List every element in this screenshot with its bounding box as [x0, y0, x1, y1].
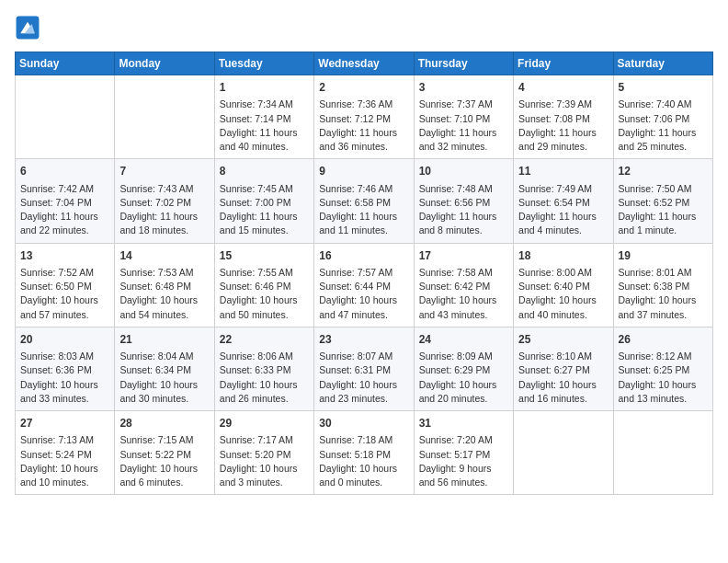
cell-sunset: Sunset: 7:00 PM: [220, 196, 309, 210]
cell-daylight: Daylight: 11 hours and 29 minutes.: [518, 126, 608, 154]
cell-sunset: Sunset: 6:25 PM: [619, 363, 708, 377]
cell-day-number: 27: [20, 416, 109, 431]
logo: [15, 15, 44, 40]
cell-sunset: Sunset: 6:58 PM: [319, 196, 408, 210]
cell-day-number: 5: [619, 80, 708, 96]
cell-sunset: Sunset: 6:27 PM: [518, 363, 608, 377]
cell-sunset: Sunset: 6:50 PM: [20, 280, 109, 293]
page-header: [15, 15, 713, 40]
cell-day-number: 23: [319, 332, 408, 348]
calendar-cell: [115, 75, 214, 159]
calendar-cell: 26Sunrise: 8:12 AMSunset: 6:25 PMDayligh…: [613, 327, 712, 410]
calendar-cell: 18Sunrise: 8:00 AMSunset: 6:40 PMDayligh…: [514, 243, 613, 327]
cell-sunrise: Sunrise: 8:03 AM: [20, 350, 109, 363]
cell-daylight: Daylight: 11 hours and 18 minutes.: [119, 210, 209, 237]
calendar-cell: [613, 411, 712, 495]
cell-day-number: 7: [119, 164, 209, 179]
cell-sunset: Sunset: 6:44 PM: [319, 280, 408, 293]
cell-daylight: Daylight: 10 hours and 20 minutes.: [419, 378, 508, 406]
col-header-thursday: Thursday: [414, 52, 513, 75]
cell-daylight: Daylight: 10 hours and 16 minutes.: [518, 378, 608, 406]
cell-daylight: Daylight: 10 hours and 54 minutes.: [119, 293, 209, 321]
cell-daylight: Daylight: 10 hours and 0 minutes.: [319, 462, 408, 489]
cell-sunrise: Sunrise: 7:57 AM: [319, 266, 408, 280]
cell-daylight: Daylight: 11 hours and 25 minutes.: [619, 126, 708, 154]
cell-day-number: 14: [119, 248, 209, 264]
cell-daylight: Daylight: 10 hours and 50 minutes.: [220, 293, 309, 321]
calendar-cell: 13Sunrise: 7:52 AMSunset: 6:50 PMDayligh…: [16, 243, 115, 327]
cell-daylight: Daylight: 10 hours and 47 minutes.: [319, 293, 408, 321]
cell-day-number: 18: [518, 248, 608, 264]
calendar-cell: 23Sunrise: 8:07 AMSunset: 6:31 PMDayligh…: [314, 327, 414, 410]
calendar-cell: 31Sunrise: 7:20 AMSunset: 5:17 PMDayligh…: [414, 411, 513, 495]
calendar-cell: [514, 411, 613, 495]
cell-day-number: 9: [319, 164, 408, 179]
cell-daylight: Daylight: 11 hours and 32 minutes.: [419, 126, 508, 154]
calendar-header-row: SundayMondayTuesdayWednesdayThursdayFrid…: [16, 52, 713, 75]
cell-day-number: 15: [220, 248, 309, 264]
cell-sunrise: Sunrise: 7:55 AM: [220, 266, 309, 280]
cell-day-number: 20: [20, 332, 109, 348]
calendar-cell: 15Sunrise: 7:55 AMSunset: 6:46 PMDayligh…: [214, 243, 313, 327]
calendar-cell: 5Sunrise: 7:40 AMSunset: 7:06 PMDaylight…: [613, 75, 712, 159]
cell-sunset: Sunset: 5:20 PM: [220, 448, 309, 462]
cell-sunrise: Sunrise: 7:37 AM: [419, 98, 508, 111]
cell-sunrise: Sunrise: 7:46 AM: [319, 182, 408, 196]
cell-day-number: 6: [20, 164, 109, 179]
cell-daylight: Daylight: 10 hours and 30 minutes.: [119, 378, 209, 406]
cell-daylight: Daylight: 11 hours and 1 minute.: [619, 210, 708, 237]
cell-day-number: 24: [419, 332, 508, 348]
calendar-cell: 21Sunrise: 8:04 AMSunset: 6:34 PMDayligh…: [115, 327, 214, 410]
calendar-cell: 1Sunrise: 7:34 AMSunset: 7:14 PMDaylight…: [214, 75, 313, 159]
cell-sunset: Sunset: 6:48 PM: [119, 280, 209, 293]
cell-daylight: Daylight: 10 hours and 3 minutes.: [220, 462, 309, 489]
cell-sunset: Sunset: 7:14 PM: [220, 112, 309, 126]
calendar-cell: 29Sunrise: 7:17 AMSunset: 5:20 PMDayligh…: [214, 411, 313, 495]
cell-sunrise: Sunrise: 7:13 AM: [20, 433, 109, 447]
calendar-table: SundayMondayTuesdayWednesdayThursdayFrid…: [15, 52, 713, 495]
cell-daylight: Daylight: 11 hours and 22 minutes.: [20, 210, 109, 237]
cell-daylight: Daylight: 10 hours and 10 minutes.: [20, 462, 109, 489]
cell-daylight: Daylight: 10 hours and 23 minutes.: [319, 378, 408, 406]
cell-sunrise: Sunrise: 7:45 AM: [220, 182, 309, 196]
cell-sunrise: Sunrise: 7:43 AM: [119, 182, 209, 196]
cell-sunrise: Sunrise: 8:12 AM: [619, 350, 708, 363]
cell-sunset: Sunset: 7:06 PM: [619, 112, 708, 126]
calendar-cell: 11Sunrise: 7:49 AMSunset: 6:54 PMDayligh…: [514, 159, 613, 243]
calendar-week-4: 20Sunrise: 8:03 AMSunset: 6:36 PMDayligh…: [16, 327, 713, 410]
cell-daylight: Daylight: 11 hours and 36 minutes.: [319, 126, 408, 154]
calendar-cell: [16, 75, 115, 159]
calendar-cell: 12Sunrise: 7:50 AMSunset: 6:52 PMDayligh…: [613, 159, 712, 243]
calendar-cell: 28Sunrise: 7:15 AMSunset: 5:22 PMDayligh…: [115, 411, 214, 495]
cell-daylight: Daylight: 11 hours and 4 minutes.: [518, 210, 608, 237]
cell-day-number: 1: [220, 80, 309, 96]
calendar-cell: 19Sunrise: 8:01 AMSunset: 6:38 PMDayligh…: [613, 243, 712, 327]
calendar-cell: 10Sunrise: 7:48 AMSunset: 6:56 PMDayligh…: [414, 159, 513, 243]
cell-sunrise: Sunrise: 7:20 AM: [419, 433, 508, 447]
calendar-cell: 8Sunrise: 7:45 AMSunset: 7:00 PMDaylight…: [214, 159, 313, 243]
cell-sunrise: Sunrise: 7:53 AM: [119, 266, 209, 280]
cell-day-number: 31: [419, 416, 508, 431]
cell-daylight: Daylight: 10 hours and 6 minutes.: [119, 462, 209, 489]
cell-sunset: Sunset: 7:10 PM: [419, 112, 508, 126]
cell-sunset: Sunset: 6:54 PM: [518, 196, 608, 210]
cell-sunset: Sunset: 7:02 PM: [119, 196, 209, 210]
cell-sunrise: Sunrise: 7:49 AM: [518, 182, 608, 196]
cell-sunrise: Sunrise: 7:18 AM: [319, 433, 408, 447]
cell-sunset: Sunset: 7:08 PM: [518, 112, 608, 126]
cell-day-number: 30: [319, 416, 408, 431]
cell-day-number: 16: [319, 248, 408, 264]
cell-sunrise: Sunrise: 7:48 AM: [419, 182, 508, 196]
cell-day-number: 3: [419, 80, 508, 96]
cell-sunset: Sunset: 5:24 PM: [20, 448, 109, 462]
calendar-cell: 3Sunrise: 7:37 AMSunset: 7:10 PMDaylight…: [414, 75, 513, 159]
cell-day-number: 17: [419, 248, 508, 264]
calendar-cell: 27Sunrise: 7:13 AMSunset: 5:24 PMDayligh…: [16, 411, 115, 495]
cell-day-number: 22: [220, 332, 309, 348]
cell-sunset: Sunset: 6:38 PM: [619, 280, 708, 293]
cell-daylight: Daylight: 10 hours and 33 minutes.: [20, 378, 109, 406]
calendar-cell: 17Sunrise: 7:58 AMSunset: 6:42 PMDayligh…: [414, 243, 513, 327]
calendar-week-5: 27Sunrise: 7:13 AMSunset: 5:24 PMDayligh…: [16, 411, 713, 495]
cell-daylight: Daylight: 10 hours and 26 minutes.: [220, 378, 309, 406]
cell-daylight: Daylight: 11 hours and 15 minutes.: [220, 210, 309, 237]
